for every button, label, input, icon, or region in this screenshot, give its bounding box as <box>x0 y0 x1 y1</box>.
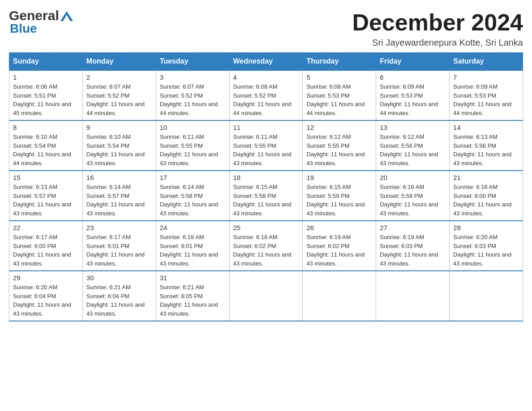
table-row: 12 Sunrise: 6:12 AM Sunset: 5:55 PM Dayl… <box>303 120 376 171</box>
table-row: 23 Sunrise: 6:17 AM Sunset: 6:01 PM Dayl… <box>82 221 156 271</box>
day-info: Sunrise: 6:09 AM Sunset: 5:53 PM Dayligh… <box>453 82 519 117</box>
table-row: 31 Sunrise: 6:21 AM Sunset: 6:05 PM Dayl… <box>156 271 229 321</box>
day-number: 28 <box>453 224 519 231</box>
calendar-week-row: 8 Sunrise: 6:10 AM Sunset: 5:54 PM Dayli… <box>9 120 523 171</box>
table-row: 15 Sunrise: 6:13 AM Sunset: 5:57 PM Dayl… <box>9 171 83 221</box>
day-info: Sunrise: 6:07 AM Sunset: 5:52 PM Dayligh… <box>160 82 226 117</box>
day-info: Sunrise: 6:16 AM Sunset: 5:59 PM Dayligh… <box>380 183 446 218</box>
day-number: 27 <box>380 224 446 231</box>
day-info: Sunrise: 6:10 AM Sunset: 5:54 PM Dayligh… <box>86 133 152 167</box>
table-row: 10 Sunrise: 6:11 AM Sunset: 5:55 PM Dayl… <box>156 120 229 171</box>
header-sunday: Sunday <box>9 53 83 71</box>
table-row: 21 Sunrise: 6:16 AM Sunset: 6:00 PM Dayl… <box>450 171 523 221</box>
day-info: Sunrise: 6:14 AM Sunset: 5:58 PM Dayligh… <box>160 183 226 218</box>
calendar-table: Sunday Monday Tuesday Wednesday Thursday… <box>9 52 523 321</box>
logo-triangle-icon <box>60 11 73 21</box>
title-area: December 2024 Sri Jayewardenepura Kotte,… <box>352 9 523 48</box>
day-number: 13 <box>380 124 446 131</box>
day-number: 29 <box>13 274 79 282</box>
page-header: General Blue December 2024 Sri Jayewarde… <box>9 9 523 48</box>
table-row: 4 Sunrise: 6:08 AM Sunset: 5:52 PM Dayli… <box>229 70 303 120</box>
table-row: 26 Sunrise: 6:19 AM Sunset: 6:02 PM Dayl… <box>303 221 376 271</box>
day-info: Sunrise: 6:09 AM Sunset: 5:53 PM Dayligh… <box>380 82 446 117</box>
header-thursday: Thursday <box>303 53 376 71</box>
table-row: 6 Sunrise: 6:09 AM Sunset: 5:53 PM Dayli… <box>376 70 450 120</box>
day-info: Sunrise: 6:08 AM Sunset: 5:53 PM Dayligh… <box>306 82 372 117</box>
table-row: 3 Sunrise: 6:07 AM Sunset: 5:52 PM Dayli… <box>156 70 229 120</box>
day-number: 4 <box>233 73 299 81</box>
day-info: Sunrise: 6:07 AM Sunset: 5:52 PM Dayligh… <box>86 82 152 117</box>
day-number: 7 <box>453 73 519 81</box>
table-row: 29 Sunrise: 6:20 AM Sunset: 6:04 PM Dayl… <box>9 271 83 321</box>
table-row: 19 Sunrise: 6:15 AM Sunset: 5:59 PM Dayl… <box>303 171 376 221</box>
table-row: 27 Sunrise: 6:19 AM Sunset: 6:03 PM Dayl… <box>376 221 450 271</box>
day-number: 23 <box>86 224 152 231</box>
day-info: Sunrise: 6:15 AM Sunset: 5:58 PM Dayligh… <box>233 183 299 218</box>
calendar-week-row: 29 Sunrise: 6:20 AM Sunset: 6:04 PM Dayl… <box>9 271 523 321</box>
day-number: 9 <box>86 124 152 131</box>
day-info: Sunrise: 6:18 AM Sunset: 6:01 PM Dayligh… <box>160 233 226 268</box>
day-number: 22 <box>13 224 79 231</box>
day-number: 30 <box>86 274 152 282</box>
table-row <box>303 271 376 321</box>
table-row <box>450 271 523 321</box>
table-row: 2 Sunrise: 6:07 AM Sunset: 5:52 PM Dayli… <box>82 70 156 120</box>
day-number: 15 <box>13 174 79 181</box>
day-info: Sunrise: 6:19 AM Sunset: 6:03 PM Dayligh… <box>380 233 446 268</box>
day-info: Sunrise: 6:06 AM Sunset: 5:51 PM Dayligh… <box>13 82 79 117</box>
table-row: 7 Sunrise: 6:09 AM Sunset: 5:53 PM Dayli… <box>450 70 523 120</box>
table-row: 8 Sunrise: 6:10 AM Sunset: 5:54 PM Dayli… <box>9 120 83 171</box>
day-info: Sunrise: 6:11 AM Sunset: 5:55 PM Dayligh… <box>160 133 226 167</box>
table-row: 16 Sunrise: 6:14 AM Sunset: 5:57 PM Dayl… <box>82 171 156 221</box>
day-info: Sunrise: 6:13 AM Sunset: 5:57 PM Dayligh… <box>13 183 79 218</box>
table-row <box>229 271 303 321</box>
header-monday: Monday <box>82 53 156 71</box>
table-row: 22 Sunrise: 6:17 AM Sunset: 6:00 PM Dayl… <box>9 221 83 271</box>
day-number: 19 <box>306 174 372 181</box>
day-number: 17 <box>160 174 226 181</box>
day-number: 20 <box>380 174 446 181</box>
table-row: 13 Sunrise: 6:12 AM Sunset: 5:56 PM Dayl… <box>376 120 450 171</box>
table-row: 14 Sunrise: 6:13 AM Sunset: 5:56 PM Dayl… <box>450 120 523 171</box>
day-info: Sunrise: 6:16 AM Sunset: 6:00 PM Dayligh… <box>453 183 519 218</box>
day-number: 10 <box>160 124 226 131</box>
table-row: 18 Sunrise: 6:15 AM Sunset: 5:58 PM Dayl… <box>229 171 303 221</box>
day-info: Sunrise: 6:14 AM Sunset: 5:57 PM Dayligh… <box>86 183 152 218</box>
day-number: 25 <box>233 224 299 231</box>
table-row: 11 Sunrise: 6:11 AM Sunset: 5:55 PM Dayl… <box>229 120 303 171</box>
table-row: 30 Sunrise: 6:21 AM Sunset: 6:04 PM Dayl… <box>82 271 156 321</box>
day-number: 1 <box>13 73 79 81</box>
logo-general-text: General <box>9 9 59 22</box>
location: Sri Jayewardenepura Kotte, Sri Lanka <box>352 38 523 48</box>
day-info: Sunrise: 6:15 AM Sunset: 5:59 PM Dayligh… <box>306 183 372 218</box>
day-number: 3 <box>160 73 226 81</box>
day-number: 26 <box>306 224 372 231</box>
day-info: Sunrise: 6:08 AM Sunset: 5:52 PM Dayligh… <box>233 82 299 117</box>
table-row: 9 Sunrise: 6:10 AM Sunset: 5:54 PM Dayli… <box>82 120 156 171</box>
day-info: Sunrise: 6:11 AM Sunset: 5:55 PM Dayligh… <box>233 133 299 167</box>
day-info: Sunrise: 6:21 AM Sunset: 6:05 PM Dayligh… <box>160 283 226 318</box>
day-number: 31 <box>160 274 226 282</box>
header-saturday: Saturday <box>450 53 523 71</box>
calendar-week-row: 15 Sunrise: 6:13 AM Sunset: 5:57 PM Dayl… <box>9 171 523 221</box>
day-number: 24 <box>160 224 226 231</box>
day-info: Sunrise: 6:17 AM Sunset: 6:01 PM Dayligh… <box>86 233 152 268</box>
day-number: 16 <box>86 174 152 181</box>
day-number: 5 <box>306 73 372 81</box>
table-row: 24 Sunrise: 6:18 AM Sunset: 6:01 PM Dayl… <box>156 221 229 271</box>
table-row: 1 Sunrise: 6:06 AM Sunset: 5:51 PM Dayli… <box>9 70 83 120</box>
table-row: 17 Sunrise: 6:14 AM Sunset: 5:58 PM Dayl… <box>156 171 229 221</box>
table-row: 20 Sunrise: 6:16 AM Sunset: 5:59 PM Dayl… <box>376 171 450 221</box>
header-tuesday: Tuesday <box>156 53 229 71</box>
calendar-week-row: 22 Sunrise: 6:17 AM Sunset: 6:00 PM Dayl… <box>9 221 523 271</box>
table-row: 5 Sunrise: 6:08 AM Sunset: 5:53 PM Dayli… <box>303 70 376 120</box>
logo: General Blue <box>9 9 73 35</box>
table-row: 25 Sunrise: 6:18 AM Sunset: 6:02 PM Dayl… <box>229 221 303 271</box>
logo-blue-text: Blue <box>10 21 37 35</box>
table-row: 28 Sunrise: 6:20 AM Sunset: 6:03 PM Dayl… <box>450 221 523 271</box>
day-info: Sunrise: 6:20 AM Sunset: 6:03 PM Dayligh… <box>453 233 519 268</box>
table-row <box>376 271 450 321</box>
day-info: Sunrise: 6:21 AM Sunset: 6:04 PM Dayligh… <box>86 283 152 318</box>
header-wednesday: Wednesday <box>229 53 303 71</box>
day-number: 18 <box>233 174 299 181</box>
